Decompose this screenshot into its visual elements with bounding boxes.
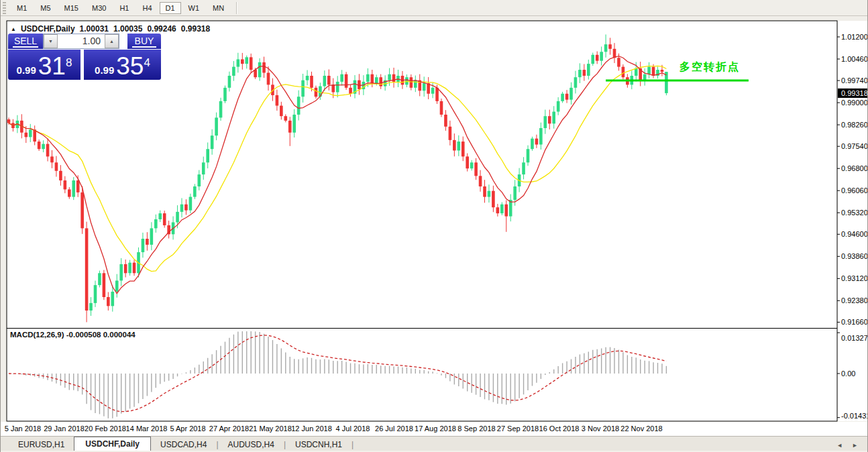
ohlc-high: 1.00035 <box>113 24 142 34</box>
chart-tab-usdcnh[interactable]: USDCNH,H1 <box>286 438 351 451</box>
price-tick-label: 0.91660 <box>841 318 868 326</box>
date-tick-label: 12 Jun 2018 <box>291 425 332 433</box>
candle-body <box>158 213 162 219</box>
candle-body <box>258 62 262 77</box>
candle-body <box>94 285 97 303</box>
candle-body <box>444 115 447 127</box>
buy-button[interactable]: BUY <box>127 34 161 49</box>
candle-body <box>591 55 594 64</box>
candle-body <box>64 180 67 189</box>
tabs-scroll-right-icon[interactable]: ► <box>852 442 858 449</box>
candle-body <box>557 101 560 112</box>
candle-body <box>479 176 482 186</box>
candle-body <box>622 67 625 78</box>
candle-body <box>98 273 101 285</box>
one-click-trading-panel: SELL ▼ 1.00 ▲ BUY 0.99 31 8 0.99 35 <box>8 34 161 80</box>
buy-underline <box>132 46 156 48</box>
candle-body <box>306 76 309 80</box>
sell-price-pip: 8 <box>66 58 72 68</box>
candle-body <box>184 205 188 211</box>
chart-tab-eurusd[interactable]: EURUSD,H1 <box>9 438 74 451</box>
tabs-scroll-left-icon[interactable]: ◄ <box>836 442 843 449</box>
candle-body <box>292 115 296 133</box>
date-tick-label: 27 Apr 2018 <box>209 425 249 433</box>
collapse-arrow-icon[interactable]: ▲ <box>11 26 16 32</box>
sell-price-big: 31 <box>38 55 66 78</box>
date-tick-label: 27 Sep 2018 <box>497 425 539 433</box>
candle-body <box>587 64 590 76</box>
macd-tick-label: 0.01327 <box>841 334 868 342</box>
chart-header: ▲ USDCHF,Daily 1.00031 1.00035 0.99246 0… <box>11 24 210 34</box>
macd-indicator-label: MACD(12,26,9) -0.000508 0.000044 <box>10 331 135 339</box>
candle-body <box>280 106 283 117</box>
volume-input[interactable]: 1.00 <box>58 34 105 48</box>
price-tick-label: 0.97540 <box>841 142 868 150</box>
candle-body <box>483 186 486 197</box>
date-tick-label: 16 Oct 2018 <box>539 425 580 433</box>
price-tick-label: 0.92380 <box>841 296 868 304</box>
candle-body <box>211 135 214 149</box>
date-tick-label: 5 Jan 2018 <box>5 425 41 433</box>
date-tick-label: 14 Mar 2018 <box>126 425 168 433</box>
candle-body <box>262 62 266 73</box>
price-tick-label: 1.01200 <box>841 33 868 41</box>
candle-body <box>245 57 248 64</box>
sell-price-prefix: 0.99 <box>17 63 36 78</box>
candle-body <box>474 162 478 176</box>
candle-body <box>388 74 391 80</box>
sell-underline <box>13 46 38 48</box>
macd-tick-label: -0.01431 <box>841 412 868 420</box>
candle-body <box>349 88 352 94</box>
candle-body <box>223 88 227 101</box>
candle-body <box>42 144 45 150</box>
candle-body <box>189 197 193 211</box>
buy-price-prefix: 0.99 <box>95 63 114 78</box>
candle-body <box>176 212 179 223</box>
candle-body <box>340 74 343 82</box>
candle-body <box>46 144 50 157</box>
sell-button[interactable]: SELL <box>8 34 43 49</box>
candle-body <box>206 149 209 162</box>
candle-body <box>297 97 301 115</box>
candle-body <box>608 44 612 49</box>
candle-body <box>392 74 396 82</box>
candle-body <box>492 191 495 208</box>
candle-body <box>500 205 504 213</box>
candle-body <box>50 156 54 162</box>
candle-body <box>59 171 62 180</box>
candle-body <box>604 44 608 52</box>
candle-body <box>89 303 93 310</box>
date-tick-label: 20 Feb 2018 <box>85 425 126 433</box>
annotation-text[interactable]: 多空转折点 <box>680 60 740 73</box>
chart-tab-audusd[interactable]: AUDUSD,H4 <box>219 438 284 451</box>
candle-body <box>366 74 370 82</box>
date-tick-label: 5 Apr 2018 <box>170 425 205 433</box>
candle-body <box>111 292 115 306</box>
candle-body <box>198 174 201 186</box>
date-tick-label: 8 Sep 2018 <box>457 425 495 433</box>
candle-body <box>600 52 603 60</box>
price-tick-label: 0.96060 <box>841 186 868 194</box>
candle-body <box>327 76 331 84</box>
chart-tab-usdcad[interactable]: USDCAD,H4 <box>151 438 216 451</box>
candle-body <box>315 88 318 97</box>
buy-price-pip: 4 <box>144 58 150 68</box>
candle-body <box>596 55 599 61</box>
candle-body <box>76 180 80 192</box>
candle-body <box>423 83 426 91</box>
chart-tab-usdchf[interactable]: USDCHF,Daily <box>74 437 151 451</box>
candle-body <box>652 67 655 76</box>
price-tick-label: 0.99000 <box>841 99 868 107</box>
sell-button-label: SELL <box>14 36 37 46</box>
candle-body <box>635 68 638 76</box>
candle-body <box>68 189 71 196</box>
candle-body <box>202 162 205 174</box>
candle-body <box>25 133 28 137</box>
volume-decrease-icon[interactable]: ▼ <box>44 34 58 48</box>
candle-body <box>284 116 288 121</box>
candle-body <box>535 139 539 145</box>
sell-price-button[interactable]: 0.99 31 8 <box>8 50 80 80</box>
volume-increase-icon[interactable]: ▲ <box>105 34 119 48</box>
candle-body <box>410 77 413 88</box>
buy-price-button[interactable]: 0.99 35 4 <box>84 50 161 80</box>
